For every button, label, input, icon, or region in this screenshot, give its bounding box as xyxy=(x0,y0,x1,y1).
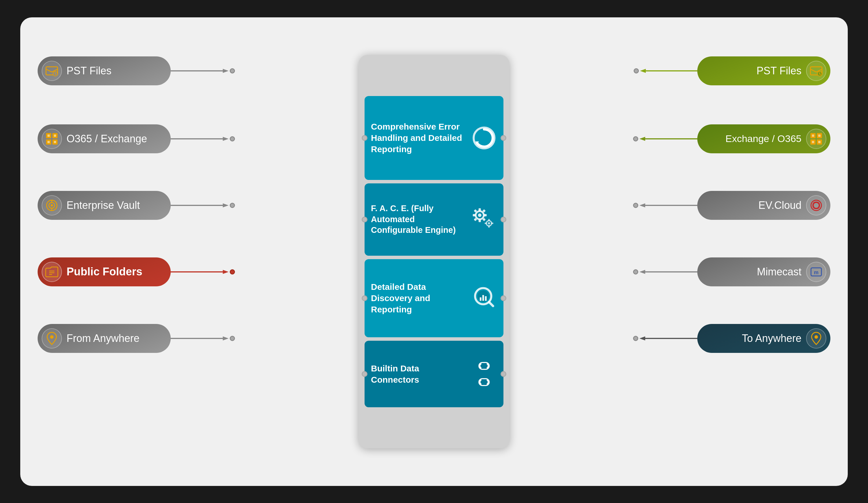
refresh-icon xyxy=(471,125,497,151)
public-folders-label: Public Folders xyxy=(66,265,142,278)
svg-rect-38 xyxy=(48,141,50,143)
svg-marker-64 xyxy=(639,137,645,141)
location-pin-icon-left xyxy=(42,328,62,348)
svg-marker-50 xyxy=(223,270,229,274)
svg-rect-62 xyxy=(812,141,814,143)
svg-rect-63 xyxy=(818,141,820,143)
svg-rect-22 xyxy=(485,296,487,301)
ev-cloud-label: EV.Cloud xyxy=(708,199,802,211)
search-chart-icon xyxy=(471,285,497,311)
svg-marker-67 xyxy=(639,203,645,207)
public-folders-pill: Public Folders xyxy=(38,258,171,286)
card1-text: Comprehensive Error Handling and Detaile… xyxy=(371,121,466,155)
svg-point-3 xyxy=(478,213,482,217)
o365-left-item: O365 / Exchange xyxy=(38,124,235,153)
svg-marker-52 xyxy=(223,336,229,340)
svg-marker-70 xyxy=(639,270,645,274)
pst-icon-right xyxy=(806,61,826,81)
pst-files-right-label: PST Files xyxy=(708,65,802,77)
arrow-right-gray-icon3 xyxy=(637,269,645,275)
svg-rect-36 xyxy=(48,135,50,137)
arrow-right-olive-icon xyxy=(638,68,646,74)
from-anywhere-label: From Anywhere xyxy=(66,332,140,345)
arrow-right-gray-icon2 xyxy=(637,202,645,209)
svg-marker-72 xyxy=(639,336,645,340)
svg-rect-6 xyxy=(473,214,476,216)
o365-icon-left xyxy=(42,129,62,149)
pst-icon-left xyxy=(42,61,62,81)
card4-text: Builtin Data Connectors xyxy=(371,363,466,385)
svg-rect-4 xyxy=(478,208,481,211)
svg-rect-5 xyxy=(478,219,481,222)
from-anywhere-left-item: From Anywhere xyxy=(38,324,235,353)
svg-rect-17 xyxy=(491,222,493,224)
svg-marker-46 xyxy=(223,203,229,207)
ev-cloud-icon-right xyxy=(806,195,826,216)
svg-rect-27 xyxy=(482,379,487,385)
card3-text: Detailed Data Discovery and Reporting xyxy=(371,281,466,315)
exchange-right-label: Exchange / O365 xyxy=(708,133,802,144)
o365-icon-right xyxy=(806,129,826,149)
svg-rect-20 xyxy=(480,297,482,301)
svg-point-71 xyxy=(815,335,818,339)
svg-marker-31 xyxy=(223,69,229,73)
svg-text:m: m xyxy=(814,270,818,275)
svg-rect-25 xyxy=(482,363,487,369)
svg-rect-15 xyxy=(488,226,490,228)
exchange-right-pill: Exchange / O365 xyxy=(697,124,830,153)
ev-cloud-pill: EV.Cloud xyxy=(697,191,830,220)
svg-point-66 xyxy=(813,202,819,208)
folder-icon-left xyxy=(42,262,62,282)
pst-files-right-item: PST Files xyxy=(634,56,830,85)
svg-rect-39 xyxy=(54,141,56,143)
to-anywhere-label: To Anywhere xyxy=(708,332,802,345)
ev-left-pill: Enterprise Vault xyxy=(38,191,171,220)
svg-rect-60 xyxy=(812,135,814,137)
svg-rect-7 xyxy=(484,214,487,216)
o365-left-label: O365 / Exchange xyxy=(66,133,147,145)
public-folders-left-item: Public Folders xyxy=(38,258,235,286)
svg-marker-40 xyxy=(223,137,229,141)
svg-rect-61 xyxy=(818,135,820,137)
from-anywhere-pill: From Anywhere xyxy=(38,324,171,353)
arrow-right-dark-icon xyxy=(637,335,645,342)
mimecast-pill: m Mimecast xyxy=(697,258,830,286)
ev-cloud-right-item: EV.Cloud xyxy=(633,191,830,220)
card-discovery: Detailed Data Discovery and Reporting xyxy=(364,259,504,337)
chain-icon xyxy=(471,361,497,387)
pst-files-right-pill: PST Files xyxy=(697,56,830,85)
mimecast-label: Mimecast xyxy=(708,266,802,278)
arrow-right-olive-icon2 xyxy=(637,136,645,142)
center-panel: Comprehensive Error Handling and Detaile… xyxy=(359,55,509,448)
mimecast-icon-right: m xyxy=(806,262,826,282)
svg-rect-37 xyxy=(54,135,56,137)
svg-rect-28 xyxy=(482,368,487,380)
pst-files-left-pill: PST Files xyxy=(38,56,171,85)
location-pin-icon-right xyxy=(806,328,826,348)
svg-rect-14 xyxy=(488,219,490,221)
svg-rect-21 xyxy=(482,295,484,301)
ev-left-label: Enterprise Vault xyxy=(66,199,140,211)
svg-point-0 xyxy=(474,128,495,148)
gear-icon xyxy=(471,207,497,232)
pst-files-left-item: PST Files xyxy=(38,56,235,85)
svg-rect-16 xyxy=(485,222,487,224)
svg-line-23 xyxy=(489,302,493,306)
to-anywhere-right-item: To Anywhere xyxy=(633,324,830,353)
pst-files-left-label: PST Files xyxy=(66,65,111,77)
diagram-container: Comprehensive Error Handling and Detaile… xyxy=(20,17,848,486)
svg-point-51 xyxy=(50,335,53,339)
mimecast-right-item: m Mimecast xyxy=(633,258,830,286)
card-connectors: Builtin Data Connectors xyxy=(364,341,504,407)
card-face: F. A. C. E. (Fully Automated Configurabl… xyxy=(364,184,504,256)
o365-left-pill: O365 / Exchange xyxy=(38,124,171,153)
card-error-handling: Comprehensive Error Handling and Detaile… xyxy=(364,96,504,180)
ev-left-item: Enterprise Vault xyxy=(38,191,235,220)
svg-marker-55 xyxy=(640,69,646,73)
exchange-right-item: Exchange / O365 xyxy=(633,124,830,153)
ev-icon-left xyxy=(42,195,62,216)
card2-text: F. A. C. E. (Fully Automated Configurabl… xyxy=(371,203,466,236)
to-anywhere-pill: To Anywhere xyxy=(697,324,830,353)
svg-point-43 xyxy=(51,204,53,207)
svg-point-13 xyxy=(488,222,490,224)
